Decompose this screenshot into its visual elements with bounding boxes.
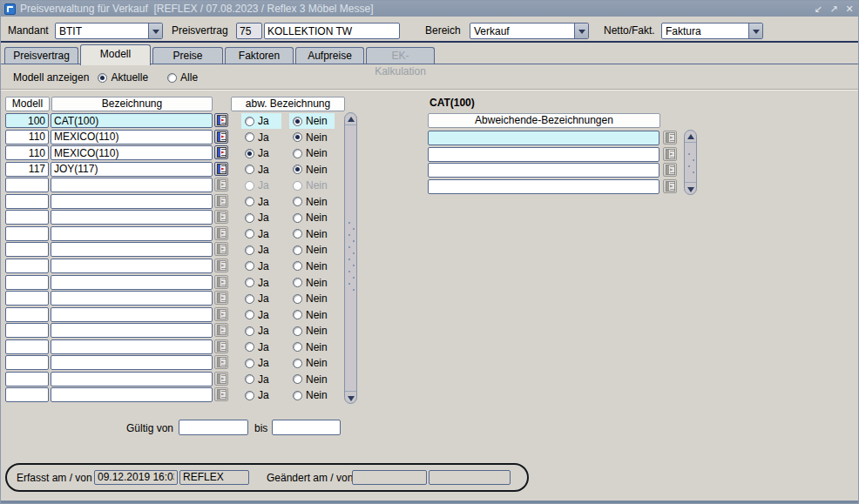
bezeichnung-cell-input[interactable] (51, 259, 213, 273)
tab-preise[interactable]: Preise (152, 47, 223, 64)
abw-nein-radio[interactable]: Nein (289, 226, 335, 242)
abweichende-bezeichnung-field[interactable] (428, 131, 659, 145)
minimize-icon[interactable]: ↙ (813, 4, 823, 14)
tab-modell[interactable]: Modell (80, 44, 151, 65)
close-icon[interactable]: ✕ (844, 4, 855, 14)
abw-ja-radio[interactable]: Ja (241, 226, 281, 242)
detail-grid-icon-button[interactable] (214, 355, 228, 369)
detail-grid-icon-button[interactable] (214, 242, 228, 256)
scroll-up-icon[interactable] (345, 113, 356, 125)
detail-grid-icon-button[interactable] (214, 339, 228, 353)
abw-nein-radio[interactable]: Nein (289, 194, 335, 210)
preisvertrag-number-field[interactable] (236, 23, 262, 39)
detail-header-button[interactable]: Abweichende-Bezeichnungen (428, 113, 660, 128)
model-table-scrollbar[interactable] (344, 112, 357, 404)
bezeichnung-cell-input[interactable] (51, 242, 213, 257)
modell-cell-input[interactable] (5, 307, 49, 322)
abw-nein-radio[interactable]: Nein (289, 210, 335, 225)
column-header-abw-bezeichnung[interactable]: abw. Bezeichnung (231, 97, 345, 111)
abw-ja-radio[interactable]: Ja (241, 259, 281, 274)
radio-aktuelle-label[interactable]: Aktuelle (111, 71, 148, 84)
detail-grid-icon-button[interactable] (214, 291, 228, 305)
abw-nein-radio[interactable]: Nein (289, 113, 335, 129)
abw-nein-radio[interactable]: Nein (289, 242, 335, 258)
bezeichnung-cell-input[interactable] (51, 355, 213, 370)
modell-cell-input[interactable] (5, 291, 49, 306)
modell-cell-input[interactable] (5, 387, 49, 402)
abw-nein-radio[interactable]: Nein (289, 291, 335, 306)
modell-cell-input[interactable] (5, 275, 49, 290)
abw-ja-radio[interactable]: Ja (241, 355, 281, 371)
abw-ja-radio[interactable]: Ja (241, 194, 281, 210)
abw-ja-radio[interactable]: Ja (241, 242, 281, 258)
abw-ja-radio[interactable]: Ja (241, 113, 281, 129)
modell-cell-input[interactable] (5, 210, 49, 225)
modell-cell-input[interactable] (5, 242, 49, 257)
column-header-bezeichnung[interactable]: Bezeichnung (51, 97, 213, 111)
detail-grid-icon-button[interactable] (214, 275, 228, 289)
gueltig-von-field[interactable] (179, 420, 248, 435)
bezeichnung-cell-input[interactable] (51, 323, 213, 338)
scroll-up-icon[interactable] (685, 131, 696, 143)
radio-alle-label[interactable]: Alle (180, 71, 198, 84)
bereich-combobox[interactable]: Verkauf (470, 23, 589, 39)
abw-nein-radio[interactable]: Nein (289, 387, 335, 403)
detail-grid-icon-button[interactable] (214, 210, 228, 224)
detail-grid-icon-button[interactable] (214, 113, 228, 127)
scrollbar-grip[interactable] (348, 222, 350, 224)
gueltig-bis-field[interactable] (272, 420, 341, 435)
modell-cell-input[interactable] (5, 113, 49, 128)
scroll-down-icon[interactable] (685, 182, 696, 194)
modell-cell-input[interactable] (5, 226, 49, 241)
radio-alle[interactable] (167, 73, 177, 83)
modell-cell-input[interactable] (5, 323, 49, 338)
abw-nein-radio[interactable]: Nein (289, 372, 335, 387)
abw-nein-radio[interactable]: Nein (289, 162, 335, 178)
chevron-down-icon[interactable] (748, 24, 762, 38)
scrollbar-grip[interactable] (688, 153, 690, 155)
abw-nein-radio[interactable]: Nein (289, 145, 335, 161)
tab-preisvertrag[interactable]: Preisvertrag (4, 47, 78, 64)
abw-ja-radio[interactable]: Ja (241, 307, 281, 323)
abw-nein-radio[interactable]: Nein (289, 307, 335, 323)
abw-nein-radio[interactable]: Nein (289, 130, 335, 145)
modell-cell-input[interactable] (5, 339, 49, 354)
abw-ja-radio[interactable]: Ja (241, 387, 281, 403)
tab-faktoren[interactable]: Faktoren (225, 47, 294, 64)
abw-nein-radio[interactable]: Nein (289, 355, 335, 371)
mandant-combobox[interactable]: BTIT (55, 23, 163, 39)
detail-scrollbar[interactable] (684, 130, 697, 195)
abw-nein-radio[interactable]: Nein (289, 275, 335, 291)
abw-ja-radio[interactable]: Ja (241, 275, 281, 291)
detail-grid-icon-button[interactable] (214, 307, 228, 321)
radio-aktuelle[interactable] (98, 73, 107, 83)
detail-grid-icon-button[interactable] (214, 259, 228, 272)
abw-nein-radio[interactable]: Nein (289, 339, 335, 355)
tab-aufpreise[interactable]: Aufpreise (295, 47, 364, 64)
scroll-down-icon[interactable] (345, 391, 356, 403)
bezeichnung-cell-input[interactable] (51, 307, 213, 322)
detail-grid-icon-button[interactable] (214, 194, 228, 208)
netto-fakt-combobox[interactable]: Faktura (661, 23, 763, 39)
abw-nein-radio[interactable]: Nein (289, 259, 335, 274)
bezeichnung-cell-input[interactable] (51, 339, 213, 354)
modell-cell-input[interactable] (5, 355, 49, 370)
bezeichnung-cell-input[interactable] (51, 291, 213, 306)
detail-grid-icon-button[interactable] (214, 372, 228, 386)
modell-cell-input[interactable] (5, 259, 49, 273)
abw-ja-radio[interactable]: Ja (241, 339, 281, 355)
abw-nein-radio[interactable]: Nein (289, 323, 335, 339)
abw-ja-radio[interactable]: Ja (241, 323, 281, 339)
preisvertrag-name-field[interactable] (264, 23, 400, 39)
abweichende-bezeichnung-field[interactable] (428, 163, 659, 178)
chevron-down-icon[interactable] (148, 24, 162, 38)
chevron-down-icon[interactable] (574, 24, 588, 38)
abweichende-bezeichnung-field[interactable] (428, 147, 659, 162)
abweichende-bezeichnung-field[interactable] (428, 179, 659, 194)
bezeichnung-cell-input[interactable] (51, 194, 213, 209)
bezeichnung-cell-input[interactable] (51, 275, 213, 290)
column-header-modell[interactable]: Modell (5, 97, 50, 111)
bezeichnung-cell-input[interactable] (51, 372, 213, 386)
abw-ja-radio[interactable]: Ja (241, 291, 281, 306)
modell-cell-input[interactable] (5, 372, 49, 386)
